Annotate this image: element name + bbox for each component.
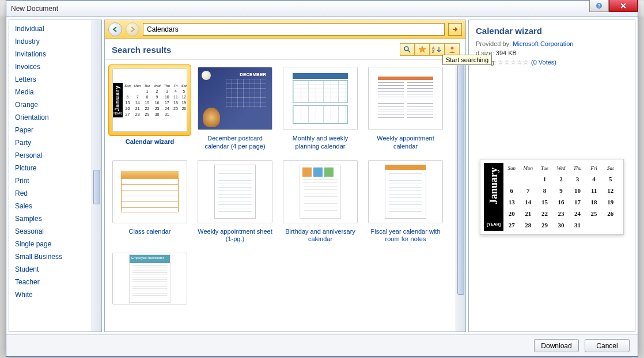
template-tile[interactable]: Birthday and anniversary calendar — [280, 158, 361, 244]
category-item[interactable]: Teacher — [9, 276, 92, 288]
window-title: New Document — [11, 5, 58, 13]
search-zoom-icon[interactable] — [400, 43, 415, 56]
category-item[interactable]: Red — [9, 187, 92, 200]
tile-label: December postcard calendar (4 per page) — [198, 135, 272, 151]
results-heading: Search results — [112, 45, 400, 55]
svg-text:?: ? — [597, 3, 601, 9]
category-item[interactable]: Paper — [9, 124, 92, 136]
scroll-thumb[interactable] — [457, 64, 464, 295]
category-item[interactable]: Letters — [9, 73, 92, 86]
dialog-footer: Download Cancel — [6, 334, 638, 356]
sort-icon[interactable]: AZ — [430, 43, 445, 56]
details-title: Calendar wizard — [476, 26, 628, 36]
category-item[interactable]: Picture — [9, 162, 92, 174]
category-item[interactable]: Media — [9, 86, 92, 98]
tile-label: Monthly and weekly planning calendar — [283, 135, 358, 151]
nav-bar — [105, 20, 465, 39]
template-tile[interactable]: DECEMBER December postcard calendar (4 p… — [195, 64, 275, 151]
template-tile[interactable]: Employee Newsletter — [109, 250, 190, 307]
category-item[interactable]: Orientation — [9, 111, 92, 124]
svg-point-6 — [451, 47, 454, 49]
center-pane: Search results AZ Start searching — [104, 20, 466, 332]
tile-label: Birthday and anniversary calendar — [283, 228, 358, 244]
category-item[interactable]: Individual — [9, 22, 92, 35]
template-tile[interactable]: Weekly appointment sheet (1-pg.) — [195, 158, 275, 244]
cancel-button[interactable]: Cancel — [585, 339, 630, 352]
category-item[interactable]: Personal — [9, 149, 92, 162]
tile-label: Calendar wizard — [126, 138, 174, 146]
close-button[interactable] — [609, 0, 638, 12]
nav-forward-button[interactable] — [126, 22, 139, 36]
tooltip: Start searching — [442, 55, 492, 65]
user-icon[interactable] — [445, 43, 460, 56]
calendar-wizard-thumb: January[YEAR] SunMonTueWedThuFriSat 1234… — [112, 83, 187, 117]
favorite-star-icon[interactable] — [415, 43, 430, 56]
category-item[interactable]: Student — [9, 263, 92, 276]
tile-label: Fiscal year calendar with room for notes — [368, 228, 443, 244]
category-item[interactable]: White — [9, 288, 92, 301]
category-item[interactable]: Sales — [9, 200, 92, 212]
help-button[interactable]: ? — [589, 0, 609, 12]
category-item[interactable]: Orange — [9, 98, 92, 111]
scroll-thumb[interactable] — [93, 170, 100, 204]
go-button[interactable] — [448, 23, 462, 36]
category-list: Individual Industry Invitations Invoices… — [9, 20, 92, 332]
nav-back-button[interactable] — [108, 22, 122, 36]
category-item[interactable]: Invitations — [9, 48, 92, 60]
category-item[interactable]: Print — [9, 174, 92, 187]
left-scrollbar[interactable] — [92, 20, 101, 332]
template-preview: January[YEAR] SunMonTueWedThuFriSat 1234… — [480, 159, 624, 235]
template-tile[interactable]: Monthly and weekly planning calendar — [280, 64, 361, 151]
template-tile[interactable]: Fiscal year calendar with room for notes — [365, 158, 446, 244]
category-item[interactable]: Single page — [9, 238, 92, 250]
template-tile[interactable]: Weekly appointment calendar — [365, 64, 446, 151]
category-pane: Individual Industry Invitations Invoices… — [9, 20, 102, 332]
results-scrollbar[interactable] — [456, 60, 465, 332]
download-button[interactable]: Download — [534, 339, 579, 352]
template-tile[interactable]: January[YEAR] SunMonTueWedThuFriSat 1234… — [109, 64, 190, 151]
category-item[interactable]: Seasonal — [9, 225, 92, 238]
provider-link[interactable]: Microsoft Corporation — [513, 40, 573, 47]
tile-label: Class calendar — [129, 228, 171, 236]
details-pane: Calendar wizard Provided by: Microsoft C… — [468, 20, 635, 332]
svg-point-2 — [404, 47, 408, 51]
category-item[interactable]: Invoices — [9, 60, 92, 73]
svg-text:Z: Z — [432, 49, 435, 54]
new-document-dialog: New Document ? Individual Industry Invit… — [6, 0, 638, 357]
rating-stars: ☆☆☆☆☆ — [498, 59, 529, 66]
breadcrumb-input[interactable] — [143, 23, 445, 36]
tile-label: Weekly appointment calendar — [368, 135, 443, 151]
template-tile[interactable]: Class calendar — [109, 158, 190, 244]
results-header: Search results AZ Start searching — [105, 39, 465, 60]
results-grid: January[YEAR] SunMonTueWedThuFriSat 1234… — [105, 60, 456, 332]
category-item[interactable]: Party — [9, 136, 92, 149]
category-item[interactable]: Industry — [9, 35, 92, 48]
titlebar: New Document ? — [6, 1, 638, 17]
svg-line-3 — [408, 50, 410, 52]
category-item[interactable]: Samples — [9, 212, 92, 225]
tile-label: Weekly appointment sheet (1-pg.) — [198, 228, 272, 244]
category-item[interactable]: Small Business — [9, 250, 92, 263]
